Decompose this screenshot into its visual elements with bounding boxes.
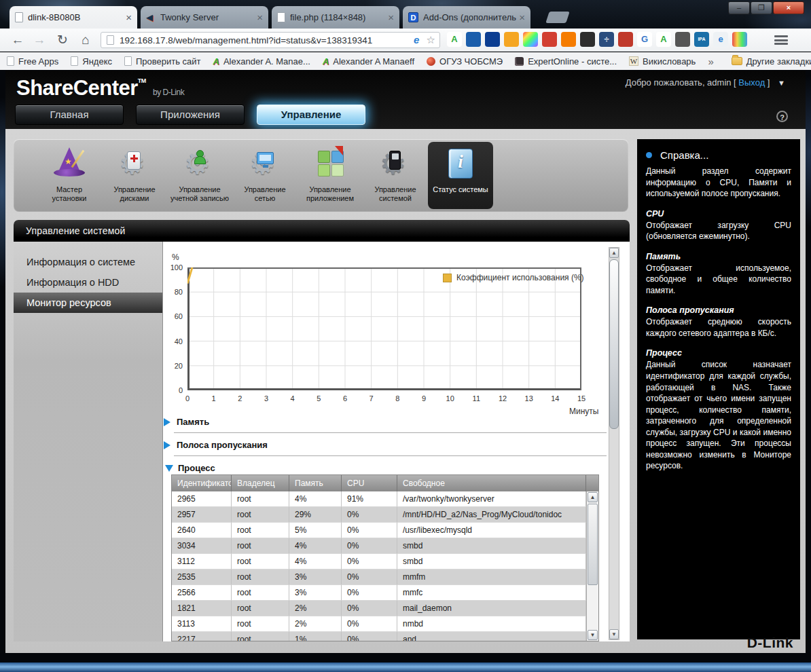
content-scroll-up-icon[interactable]: ▲ bbox=[609, 248, 619, 258]
nasa-icon[interactable] bbox=[485, 32, 500, 47]
tab-close-icon[interactable]: × bbox=[519, 13, 525, 22]
chrome-menu-icon[interactable] bbox=[773, 33, 789, 47]
bookmarks-overflow-button[interactable]: » bbox=[708, 56, 723, 67]
browser-tab[interactable]: ◀Twonky Server× bbox=[141, 6, 268, 29]
headphones-icon[interactable] bbox=[675, 32, 690, 47]
column-header[interactable]: Свободное bbox=[397, 475, 586, 491]
ribbon-item[interactable]: ⚙Управление учетной записью bbox=[167, 142, 232, 209]
tab-close-icon[interactable]: × bbox=[126, 13, 132, 22]
help-icon[interactable]: ? bbox=[776, 111, 788, 122]
expand-icon[interactable] bbox=[164, 441, 170, 449]
table-cell: 2% bbox=[289, 601, 342, 616]
back-button[interactable]: ← bbox=[8, 31, 27, 49]
table-cell: 29% bbox=[289, 507, 342, 523]
fish-icon[interactable] bbox=[504, 32, 519, 47]
cpu-chart-svg bbox=[187, 267, 581, 390]
section-header[interactable]: Полоса пропускания bbox=[164, 436, 607, 454]
table-row[interactable]: 2535root3%0%mmfm bbox=[172, 570, 598, 585]
reload-button[interactable]: ↻ bbox=[53, 31, 72, 49]
home-button[interactable]: ⌂ bbox=[76, 31, 95, 49]
forward-button[interactable]: → bbox=[30, 31, 49, 49]
sun-icon[interactable] bbox=[561, 32, 576, 47]
calculator-icon[interactable]: ÷ bbox=[599, 32, 614, 47]
ribbon-item[interactable]: ⚙Управление системой bbox=[363, 142, 428, 209]
tab-close-icon[interactable]: × bbox=[257, 13, 263, 22]
section-header[interactable]: Память bbox=[164, 413, 607, 431]
content-scrollbar-thumb[interactable] bbox=[609, 259, 619, 429]
twonky-icon: ◀ bbox=[146, 13, 156, 22]
collapse-icon[interactable] bbox=[165, 465, 173, 472]
table-row[interactable]: 3113root2%0%nmbd bbox=[172, 616, 598, 632]
bookmark-item[interactable]: ОГУЗ ЧОБСМЭ bbox=[427, 56, 503, 67]
google-g-icon[interactable]: G bbox=[637, 32, 652, 47]
ribbon-item[interactable]: ⚙Управление дисками bbox=[102, 142, 167, 209]
scroll-down-icon[interactable]: ▼ bbox=[588, 630, 598, 640]
table-row[interactable]: 2217root1%0%and bbox=[172, 632, 598, 641]
table-row[interactable]: 2566root3%0%mmfc bbox=[172, 585, 598, 601]
maps-pin-icon[interactable] bbox=[542, 32, 557, 47]
table-row[interactable]: 2640root5%0%/usr/libexec/mysqld bbox=[172, 523, 598, 538]
nav-tab-item[interactable]: Приложения bbox=[136, 105, 245, 125]
content-scrollbar[interactable]: ▲ ▼ bbox=[609, 247, 619, 640]
ribbon-item[interactable]: Управление приложением bbox=[298, 142, 363, 209]
x-tick-label: 10 bbox=[440, 394, 461, 403]
column-header[interactable]: Память bbox=[289, 475, 342, 491]
new-tab-button[interactable] bbox=[545, 12, 570, 23]
bookmark-item[interactable]: ExpertOnline - систе... bbox=[515, 56, 617, 67]
bookmark-item[interactable]: Проверить сайт bbox=[124, 56, 201, 67]
minimize-button[interactable]: – bbox=[728, 1, 750, 14]
x-tick-label: 11 bbox=[466, 394, 486, 403]
chevron-down-icon[interactable]: ▼ bbox=[778, 79, 785, 87]
menu-item[interactable]: Информация о HDD bbox=[14, 272, 162, 293]
column-header[interactable]: Идентификато bbox=[172, 475, 232, 491]
section-label: Память bbox=[177, 417, 209, 427]
tv-icon[interactable] bbox=[580, 32, 595, 47]
nav-tab-active[interactable]: Управление bbox=[257, 105, 365, 125]
table-scrollbar[interactable]: ▲ ▼ bbox=[586, 491, 598, 641]
tab-close-icon[interactable]: × bbox=[388, 13, 394, 22]
address-bar[interactable]: 192.168.17.8/web/management.html?id=stat… bbox=[101, 32, 440, 48]
bookmark-item[interactable]: AAlexander A. Manae... bbox=[213, 56, 310, 67]
content-scroll-down-icon[interactable]: ▼ bbox=[609, 629, 619, 639]
bookmark-item[interactable]: Free Apps bbox=[7, 56, 58, 67]
flags-icon[interactable] bbox=[618, 32, 633, 47]
expand-icon[interactable] bbox=[164, 418, 170, 426]
bookmark-item[interactable]: AAlexander A Manaeff bbox=[323, 56, 414, 67]
bookmarks-bar: Free AppsЯндексПроверить сайтAAlexander … bbox=[0, 52, 811, 70]
tv-color-icon[interactable] bbox=[732, 32, 747, 47]
column-header[interactable]: Владелец bbox=[232, 475, 289, 491]
dlink-footer-logo: D-Link bbox=[747, 635, 793, 651]
ie-icon[interactable]: e bbox=[411, 35, 422, 46]
maximize-button[interactable]: ❐ bbox=[751, 1, 772, 14]
other-bookmarks-button[interactable]: Другие закладки bbox=[732, 56, 811, 67]
close-button[interactable]: × bbox=[773, 1, 804, 14]
column-header[interactable]: CPU bbox=[342, 475, 397, 491]
google-earth-icon[interactable] bbox=[466, 32, 481, 47]
translate-2-icon[interactable]: A bbox=[656, 32, 671, 47]
ie-shop-icon[interactable]: e bbox=[713, 32, 728, 47]
menu-item[interactable]: Монитор ресурсов bbox=[14, 293, 162, 313]
url-text[interactable]: 192.168.17.8/web/management.html?id=stat… bbox=[120, 35, 411, 45]
menu-item[interactable]: Информация о системе bbox=[14, 252, 162, 272]
ipa-icon[interactable]: IPA bbox=[694, 32, 709, 47]
ribbon-item[interactable]: ★Мастер установки bbox=[37, 142, 102, 209]
browser-tab[interactable]: file.php (1184×848)× bbox=[272, 6, 399, 29]
table-scrollbar-thumb[interactable] bbox=[588, 504, 598, 585]
bookmark-star-icon[interactable]: ☆ bbox=[427, 34, 435, 46]
nav-tab-item[interactable]: Главная bbox=[15, 105, 124, 125]
browser-tab[interactable]: dlink-8B080B× bbox=[10, 6, 137, 29]
table-row[interactable]: 2965root4%91%/var/twonky/twonkyserver bbox=[172, 491, 598, 507]
translate-icon[interactable]: A bbox=[447, 32, 462, 47]
logout-link[interactable]: Выход bbox=[738, 77, 765, 88]
scroll-up-icon[interactable]: ▲ bbox=[588, 492, 598, 502]
table-row[interactable]: 1821root2%0%mail_daemon bbox=[172, 601, 598, 616]
table-row[interactable]: 3112root4%0%smbd bbox=[172, 554, 598, 570]
table-row[interactable]: 3034root4%0%smbd bbox=[172, 538, 598, 554]
table-row[interactable]: 2957root29%0%/mnt/HD/HD_a2/Nas_Prog/MyCl… bbox=[172, 507, 598, 523]
ribbon-item[interactable]: ⚙Управление сетью bbox=[232, 142, 298, 209]
bookmark-item[interactable]: Яндекс bbox=[71, 56, 112, 67]
ribbon-item[interactable]: iСтатус системы bbox=[428, 142, 493, 209]
bookmark-item[interactable]: WВикисловарь bbox=[629, 56, 696, 67]
browser-tab[interactable]: DAdd-Ons (дополнительн× bbox=[403, 6, 530, 29]
video-player-icon[interactable] bbox=[523, 32, 538, 47]
